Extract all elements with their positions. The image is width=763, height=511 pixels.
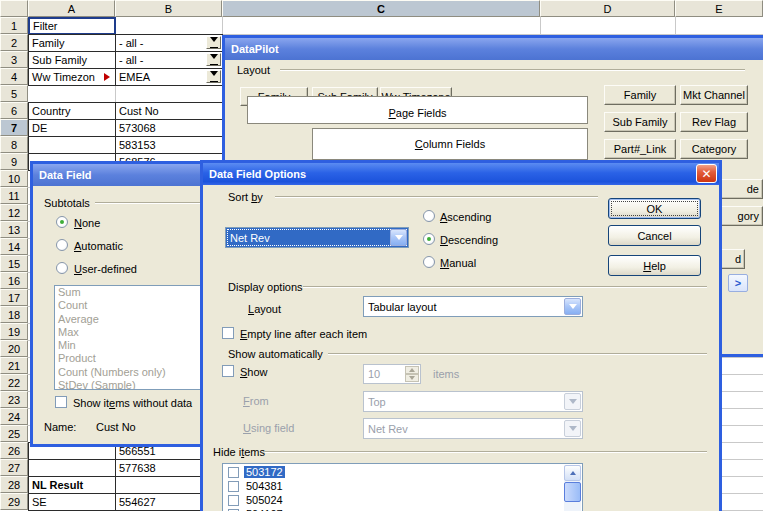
hide-items-scrollbar[interactable]: [564, 465, 581, 511]
field-button-rev-flag[interactable]: Rev Flag: [680, 112, 748, 132]
field-button-family[interactable]: Family: [604, 85, 676, 105]
row-header-12[interactable]: 12: [0, 204, 28, 221]
row-header-11[interactable]: 11: [0, 187, 28, 204]
show-items-without-data-checkbox[interactable]: [55, 396, 67, 408]
corner-header[interactable]: [0, 0, 28, 17]
row-header-16[interactable]: 16: [0, 272, 28, 289]
cell-A7[interactable]: DE: [28, 119, 116, 137]
show-count-spinner[interactable]: 10: [363, 364, 421, 384]
row-header-7[interactable]: 7: [0, 119, 28, 136]
cell-B8[interactable]: 583153: [115, 136, 223, 154]
row-header-23[interactable]: 23: [0, 391, 28, 408]
hide-item-row[interactable]: 505024: [224, 493, 564, 507]
row-header-24[interactable]: 24: [0, 408, 28, 425]
row-header-18[interactable]: 18: [0, 306, 28, 323]
row-header-9[interactable]: 9: [0, 153, 28, 170]
row-header-27[interactable]: 27: [0, 459, 28, 476]
hide-item-checkbox[interactable]: [228, 467, 239, 478]
cell-A2[interactable]: Family: [28, 34, 116, 52]
scrollbar-thumb[interactable]: [564, 482, 581, 502]
close-icon[interactable]: ✕: [696, 164, 717, 183]
using-field-combo[interactable]: Net Rev: [363, 418, 583, 439]
cell-B6[interactable]: Cust No: [115, 102, 223, 120]
row-header-2[interactable]: 2: [0, 34, 28, 51]
row-header-6[interactable]: 6: [0, 102, 28, 119]
col-header-A[interactable]: A: [28, 0, 115, 17]
options-titlebar[interactable]: Data Field Options: [203, 163, 719, 185]
show-checkbox[interactable]: [222, 365, 234, 377]
col-header-D[interactable]: D: [540, 0, 675, 17]
row-header-8[interactable]: 8: [0, 136, 28, 153]
hide-item-row[interactable]: 504107: [224, 507, 564, 511]
cancel-button[interactable]: Cancel: [608, 225, 701, 246]
sort-radio-manual[interactable]: [423, 256, 435, 268]
subtotals-radio-user-defined[interactable]: [56, 262, 68, 274]
cell-B3-text: - all -: [119, 54, 143, 66]
empty-line-checkbox[interactable]: [222, 327, 234, 339]
row-header-15[interactable]: 15: [0, 255, 28, 272]
cell-A4[interactable]: Ww Timezon: [28, 68, 116, 86]
subtotals-radio-automatic[interactable]: [56, 239, 68, 251]
hide-items-list[interactable]: 503172504381505024504107: [222, 463, 583, 511]
row-header-26[interactable]: 26: [0, 442, 28, 459]
cell-B4[interactable]: EMEA: [115, 68, 223, 86]
field-button-category[interactable]: Category: [680, 139, 748, 159]
cell-A27[interactable]: [28, 459, 116, 477]
hide-item-row[interactable]: 504381: [224, 479, 564, 493]
row-header-17[interactable]: 17: [0, 289, 28, 306]
hide-item-checkbox[interactable]: [228, 495, 239, 506]
row-header-13[interactable]: 13: [0, 221, 28, 238]
cell-A28[interactable]: NL Result: [28, 476, 116, 494]
scroll-up-icon[interactable]: [564, 465, 581, 481]
sort-radio-ascending[interactable]: [423, 210, 435, 222]
cell-B2-dropdown-icon[interactable]: [206, 36, 221, 49]
sort-radio-descending[interactable]: [423, 233, 435, 245]
column-fields-area[interactable]: Column Fields: [312, 128, 588, 160]
help-button[interactable]: Help: [608, 255, 701, 276]
field-button-sub-family[interactable]: Sub Family: [604, 112, 676, 132]
col-header-B[interactable]: B: [115, 0, 222, 17]
more-fields-arrow-button[interactable]: >: [728, 274, 748, 292]
cell-B2[interactable]: - all -: [115, 34, 223, 52]
cell-B3-dropdown-icon[interactable]: [206, 53, 221, 66]
hide-item-row[interactable]: 503172: [224, 465, 564, 479]
sort-field-combo[interactable]: Net Rev: [225, 227, 409, 248]
ok-button[interactable]: OK: [608, 198, 701, 219]
cell-A1[interactable]: Filter: [28, 17, 116, 35]
spin-down-icon[interactable]: [405, 374, 419, 382]
row-header-14[interactable]: 14: [0, 238, 28, 255]
col-header-E[interactable]: E: [675, 0, 763, 17]
row-header-1[interactable]: 1: [0, 17, 28, 34]
cell-B3[interactable]: - all -: [115, 51, 223, 69]
layout-combo[interactable]: Tabular layout: [363, 296, 583, 317]
chevron-down-icon[interactable]: [564, 298, 581, 315]
cell-A6[interactable]: Country: [28, 102, 116, 120]
hide-item-checkbox[interactable]: [228, 481, 239, 492]
cell-A8[interactable]: [28, 136, 116, 154]
cell-B7[interactable]: 573068: [115, 119, 223, 137]
row-header-19[interactable]: 19: [0, 323, 28, 340]
field-button-part-link[interactable]: Part#_Link: [604, 139, 676, 159]
col-header-C[interactable]: C: [222, 0, 540, 17]
row-header-3[interactable]: 3: [0, 51, 28, 68]
row-header-29[interactable]: 29: [0, 493, 28, 510]
cell-B4-dropdown-icon[interactable]: [206, 70, 221, 83]
row-header-4[interactable]: 4: [0, 68, 28, 85]
cell-A29[interactable]: SE: [28, 493, 116, 511]
from-combo[interactable]: Top: [363, 391, 583, 412]
row-header-5[interactable]: 5: [0, 85, 28, 102]
row-header-10[interactable]: 10: [0, 170, 28, 187]
chevron-down-icon[interactable]: [390, 229, 407, 246]
spin-up-icon[interactable]: [405, 366, 419, 374]
cell-A3[interactable]: Sub Family: [28, 51, 116, 69]
row-header-25[interactable]: 25: [0, 425, 28, 442]
radio-dot-icon: [427, 237, 431, 241]
row-header-20[interactable]: 20: [0, 340, 28, 357]
row-header-21[interactable]: 21: [0, 357, 28, 374]
row-header-28[interactable]: 28: [0, 476, 28, 493]
datapilot-titlebar[interactable]: DataPilot: [225, 38, 763, 60]
row-header-22[interactable]: 22: [0, 374, 28, 391]
field-button-mkt-channel[interactable]: Mkt Channel: [680, 85, 748, 105]
page-fields-area[interactable]: Page Fields: [247, 96, 588, 124]
subtotals-radio-none[interactable]: [56, 216, 68, 228]
